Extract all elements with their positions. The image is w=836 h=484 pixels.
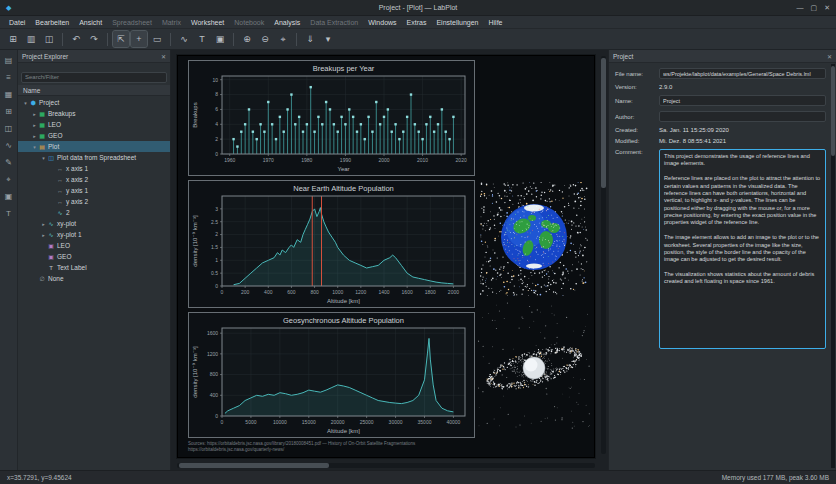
- name-label: Name:: [615, 98, 659, 104]
- tree-item-y-axis-1[interactable]: ↔y axis 1: [18, 185, 170, 196]
- close-button[interactable]: ✕: [824, 4, 830, 12]
- tree-item-2[interactable]: ∿2: [18, 207, 170, 218]
- tree-item-label: Breakups: [48, 110, 75, 117]
- zoom-fit-icon[interactable]: ⌖: [275, 31, 291, 47]
- plot-breakups-per-year[interactable]: 19601970198019902000201020200246810Break…: [188, 60, 475, 176]
- dock-note-icon[interactable]: T: [2, 207, 15, 220]
- file-name-input[interactable]: [659, 68, 826, 79]
- add-text-label-icon[interactable]: T: [194, 31, 210, 47]
- expand-icon[interactable]: ▾: [40, 155, 47, 161]
- menu-extras[interactable]: Extras: [402, 19, 432, 26]
- menu-ansicht[interactable]: Ansicht: [74, 19, 107, 26]
- name-input[interactable]: [659, 95, 826, 106]
- tree-item-plot-data-from-spreadsheet[interactable]: ▾◫Plot data from Spreadsheet: [18, 152, 170, 163]
- dock-datapicker-icon[interactable]: ⌖: [2, 173, 15, 186]
- tree-item-label: xy-plot: [57, 220, 76, 227]
- expand-icon[interactable]: ▸: [31, 122, 38, 128]
- label-icon: T: [47, 265, 55, 271]
- expand-icon[interactable]: ▸: [40, 232, 47, 238]
- svg-text:30000: 30000: [389, 419, 403, 425]
- created-value: Sa. Jan. 11 15:25:09 2020: [659, 127, 729, 133]
- svg-text:5000: 5000: [245, 419, 256, 425]
- dock-spreadsheet-icon[interactable]: ▦: [2, 88, 15, 101]
- tree-item-leo[interactable]: ▸▦LEO: [18, 119, 170, 130]
- expand-icon[interactable]: ▸: [31, 133, 38, 139]
- menu-data-extraction[interactable]: Data Extraction: [305, 19, 363, 26]
- plot-icon: ◫: [47, 154, 55, 161]
- tree-item-plot[interactable]: ▾▤Plot: [18, 141, 170, 152]
- menu-datei[interactable]: Datei: [4, 19, 30, 26]
- tree-item-breakups[interactable]: ▸▦Breakups: [18, 108, 170, 119]
- svg-text:10000: 10000: [273, 419, 287, 425]
- tree-item-project[interactable]: ▾⬢Project: [18, 97, 170, 108]
- redo-icon[interactable]: ↷: [86, 31, 102, 47]
- svg-text:1200: 1200: [207, 351, 218, 357]
- plot-near-earth-altitude[interactable]: 020040060080010001200140016001800200000.…: [188, 180, 475, 308]
- properties-close-icon[interactable]: ✕: [827, 53, 832, 60]
- worksheet-horizontal-scrollbar[interactable]: [177, 463, 595, 468]
- new-icon[interactable]: ⊞: [5, 31, 21, 47]
- menu-windows[interactable]: Windows: [363, 19, 401, 26]
- author-input[interactable]: [659, 111, 826, 122]
- toolbar-separator: [296, 33, 297, 46]
- tree-item-y-axis-2[interactable]: ↔y axis 2: [18, 196, 170, 207]
- menu-notebook[interactable]: Notebook: [229, 19, 269, 26]
- tree-item-leo[interactable]: ▣LEO: [18, 240, 170, 251]
- tree-item-text-label[interactable]: TText Label: [18, 262, 170, 273]
- add-plot-icon[interactable]: ∿: [176, 31, 192, 47]
- menu-analysis[interactable]: Analysis: [269, 19, 305, 26]
- expand-icon[interactable]: ▸: [40, 221, 47, 227]
- svg-text:2: 2: [215, 136, 218, 142]
- tree-item-xy-plot[interactable]: ▸∿xy-plot: [18, 218, 170, 229]
- menu-bearbeiten[interactable]: Bearbeiten: [30, 19, 74, 26]
- menu-matrix[interactable]: Matrix: [157, 19, 186, 26]
- menu-worksheet[interactable]: Worksheet: [186, 19, 229, 26]
- open-icon[interactable]: ▥: [23, 31, 39, 47]
- expand-icon[interactable]: ▾: [22, 100, 29, 106]
- tree-item-none[interactable]: ∅None: [18, 273, 170, 284]
- tree-item-geo[interactable]: ▸▦GEO: [18, 130, 170, 141]
- tree-item-x-axis-1[interactable]: ↔x axis 1: [18, 163, 170, 174]
- menu-spreadsheet[interactable]: Spreadsheet: [107, 19, 157, 26]
- dock-worksheet-icon[interactable]: ◫: [2, 122, 15, 135]
- save-icon[interactable]: ◫: [41, 31, 57, 47]
- minimize-button[interactable]: —: [797, 4, 804, 12]
- search-input[interactable]: [21, 72, 167, 83]
- dock-matrix-icon[interactable]: ⊞: [2, 105, 15, 118]
- svg-text:1: 1: [215, 257, 218, 263]
- plot-geosynchronous-altitude[interactable]: 0500010000150002000025000300003500040000…: [188, 312, 475, 438]
- tree-item-xy-plot-1[interactable]: ▸∿xy-plot 1: [18, 229, 170, 240]
- zoom-select-icon[interactable]: ▭: [149, 31, 165, 47]
- zoom-out-icon[interactable]: ⊖: [257, 31, 273, 47]
- worksheet-page[interactable]: 19601970198019902000201020200246810Break…: [177, 55, 595, 458]
- expand-icon[interactable]: ▾: [31, 144, 38, 150]
- project-explorer-close-icon[interactable]: ✕: [161, 53, 166, 60]
- dock-image-icon[interactable]: ▣: [2, 190, 15, 203]
- dock-notebook-icon[interactable]: ✎: [2, 156, 15, 169]
- menu-hilfe[interactable]: Hilfe: [483, 19, 507, 26]
- worksheet-vertical-scrollbar[interactable]: [601, 56, 606, 454]
- properties-scrollbar[interactable]: [831, 64, 835, 468]
- dock-properties-icon[interactable]: ≡: [2, 71, 15, 84]
- pan-mode-icon[interactable]: +: [131, 31, 147, 47]
- svg-text:Altitude [km]: Altitude [km]: [327, 428, 360, 434]
- geo-debris-ring-image[interactable]: [478, 302, 590, 430]
- select-mode-icon[interactable]: ⇱: [113, 31, 129, 47]
- earth-debris-image[interactable]: [480, 182, 588, 296]
- image-icon: ▣: [47, 242, 55, 249]
- svg-text:4: 4: [215, 121, 218, 127]
- comment-box[interactable]: This project demonstrates the usage of r…: [659, 149, 826, 349]
- undo-icon[interactable]: ↶: [68, 31, 84, 47]
- maximize-button[interactable]: ▢: [811, 4, 818, 12]
- dock-plot-icon[interactable]: ∿: [2, 139, 15, 152]
- menu-einstellungen[interactable]: Einstellungen: [431, 19, 483, 26]
- svg-text:1600: 1600: [402, 289, 413, 295]
- more-dropdown-icon[interactable]: ▾: [320, 31, 336, 47]
- tree-item-x-axis-2[interactable]: ↔x axis 2: [18, 174, 170, 185]
- export-icon[interactable]: ⇓: [302, 31, 318, 47]
- dock-project-explorer-icon[interactable]: ▤: [2, 54, 15, 67]
- zoom-in-icon[interactable]: ⊕: [239, 31, 255, 47]
- tree-item-geo[interactable]: ▣GEO: [18, 251, 170, 262]
- add-image-icon[interactable]: ▣: [212, 31, 228, 47]
- expand-icon[interactable]: ▸: [31, 111, 38, 117]
